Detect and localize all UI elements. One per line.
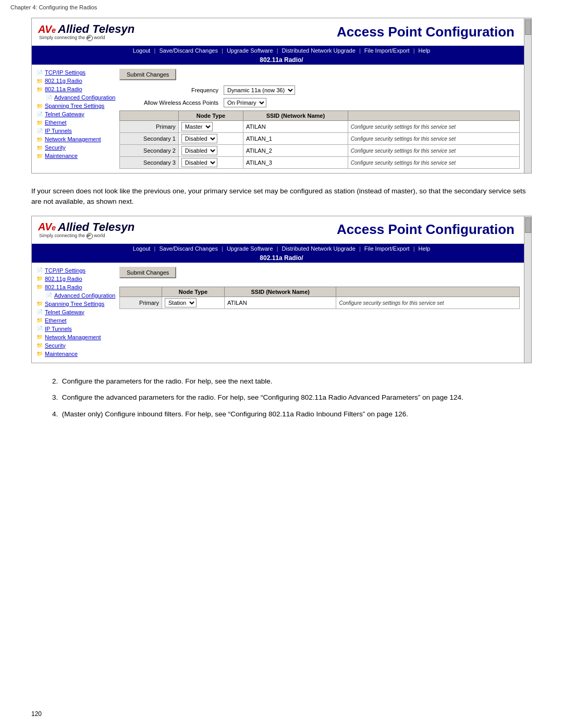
sidebar-item-advanced-1[interactable]: 📄 Advanced Configuration — [36, 94, 119, 101]
folder-icon-s2-4: 📁 — [36, 317, 43, 324]
at-logo-sub-1: Simply connecting the IP world — [38, 35, 134, 41]
freq-label: Frequency — [119, 87, 224, 93]
sidebar-item-advanced-2[interactable]: 📄 Advanced Configuration — [36, 292, 119, 299]
row-label-sec2: Secondary 2 — [120, 145, 179, 157]
row-ssid-sec1: ATILAN_1 — [243, 133, 348, 145]
sidebar-link-security-1[interactable]: Security — [45, 144, 66, 151]
nav-fileimport-2[interactable]: File Import/Export — [364, 245, 410, 252]
sidebar-item-iptunnels-1[interactable]: 📄 IP Tunnels — [36, 127, 119, 134]
sidebar-link-80211a-1[interactable]: 802.11a Radio — [45, 86, 82, 92]
nav-breadcrumb-2: 802.11a Radio/ — [32, 253, 531, 263]
row-nodetype-sec2: Disabled — [178, 145, 243, 157]
nav-fileimport-1[interactable]: File Import/Export — [364, 47, 410, 54]
table-row-4: Secondary 3 Disabled ATILAN_3 Configure … — [120, 157, 520, 169]
config-link-station[interactable]: Configure security settings for this ser… — [339, 300, 444, 306]
allow-label: Allow Wireless Access Points — [119, 100, 224, 106]
sidebar-link-maintenance-1[interactable]: Maintenance — [45, 153, 78, 159]
sidebar-link-iptunnels-2[interactable]: IP Tunnels — [45, 326, 72, 332]
list-item-3: 4. (Master only) Configure inbound filte… — [52, 409, 532, 420]
nav-distributed-1[interactable]: Distributed Network Upgrade — [282, 47, 356, 54]
doc-icon-s2-3: 📄 — [36, 309, 43, 316]
nodetype-select-sec1[interactable]: Disabled — [181, 134, 217, 143]
nav-save-1[interactable]: Save/Discard Changes — [159, 47, 218, 54]
freq-select[interactable]: Dynamic 11a (now 36) — [224, 85, 295, 95]
nodetype-select-sec3[interactable]: Disabled — [181, 158, 217, 167]
sidebar-link-spanning-1[interactable]: Spanning Tree Settings — [45, 103, 104, 109]
allow-select[interactable]: On Primary — [224, 98, 266, 107]
sidebar-item-netmgmt-1[interactable]: 📁 Network Management — [36, 135, 119, 143]
folder-icon-s2-1: 📁 — [36, 275, 43, 282]
sidebar-item-80211g-2[interactable]: 📁 802.11g Radio — [36, 275, 119, 282]
at-logo-brand-2: AVe Allied Telesyn — [38, 220, 134, 234]
nav-upgrade-1[interactable]: Upgrade Software — [227, 47, 273, 54]
sidebar-item-security-1[interactable]: 📁 Security — [36, 144, 119, 151]
nav-logout-2[interactable]: Logout — [133, 245, 151, 252]
sidebar-link-netmgmt-2[interactable]: Network Management — [45, 334, 101, 340]
sidebar-link-telnet-2[interactable]: Telnet Gateway — [45, 309, 84, 315]
submit-btn-1[interactable]: Submit Changes — [119, 69, 176, 80]
sidebar-link-maintenance-2[interactable]: Maintenance — [45, 351, 78, 357]
freq-value: Dynamic 11a (now 36) — [224, 85, 295, 95]
page-number: 120 — [31, 710, 42, 718]
nav-help-1[interactable]: Help — [419, 47, 431, 54]
sidebar-item-telnet-1[interactable]: 📄 Telnet Gateway — [36, 110, 119, 118]
folder-icon-1: 📁 — [36, 77, 43, 84]
col-header-nodetype-2: Node Type — [162, 287, 224, 297]
sidebar-link-80211a-2[interactable]: 802.11a Radio — [45, 284, 82, 290]
scrollbar-1[interactable] — [524, 18, 531, 173]
sidebar-item-spanning-1[interactable]: 📁 Spanning Tree Settings — [36, 102, 119, 109]
sidebar-link-80211g-1[interactable]: 802.11g Radio — [45, 78, 82, 84]
sidebar-link-netmgmt-1[interactable]: Network Management — [45, 136, 101, 142]
allow-value: On Primary — [224, 98, 266, 107]
list-num-3: 4. — [52, 410, 58, 418]
nodetype-select-sec2[interactable]: Disabled — [181, 146, 217, 155]
sidebar-link-ethernet-1[interactable]: Ethernet — [45, 119, 67, 126]
table-row-station: Primary Station ATILAN Configure securit… — [120, 297, 520, 309]
sidebar-item-ethernet-2[interactable]: 📁 Ethernet — [36, 317, 119, 324]
sidebar-item-maintenance-2[interactable]: 📁 Maintenance — [36, 350, 119, 357]
submit-btn-2[interactable]: Submit Changes — [119, 267, 176, 278]
config-link-primary-1[interactable]: Configure security settings for this ser… — [351, 124, 456, 130]
sidebar-item-80211a-1[interactable]: 📁 802.11a Radio — [36, 85, 119, 93]
nav-logout-1[interactable]: Logout — [133, 47, 151, 54]
sidebar-item-80211g-1[interactable]: 📁 802.11g Radio — [36, 77, 119, 84]
sidebar-link-telnet-1[interactable]: Telnet Gateway — [45, 111, 84, 117]
nav-distributed-2[interactable]: Distributed Network Upgrade — [282, 245, 356, 252]
row-label-sec3: Secondary 3 — [120, 157, 179, 169]
sidebar-link-advanced-2[interactable]: Advanced Configuration — [54, 292, 115, 299]
sidebar-link-security-2[interactable]: Security — [45, 342, 66, 349]
sidebar-item-tcpip-1[interactable]: 📄 TCP/IP Settings — [36, 69, 119, 76]
row-link-primary-1: Configure security settings for this ser… — [348, 121, 519, 133]
sidebar-item-tcpip-2[interactable]: 📄 TCP/IP Settings — [36, 267, 119, 274]
sidebar-item-maintenance-1[interactable]: 📁 Maintenance — [36, 152, 119, 159]
scrollbar-thumb-2[interactable] — [525, 217, 531, 233]
sidebar-item-80211a-2[interactable]: 📁 802.11a Radio — [36, 283, 119, 291]
folder-icon-s2-5: 📁 — [36, 334, 43, 341]
nav-help-2[interactable]: Help — [419, 245, 431, 252]
sidebar-link-80211g-2[interactable]: 802.11g Radio — [45, 276, 82, 282]
scrollbar-2[interactable] — [524, 216, 531, 363]
sidebar-item-netmgmt-2[interactable]: 📁 Network Management — [36, 334, 119, 341]
at-header-2: AVe Allied Telesyn Simply connecting the… — [32, 216, 531, 244]
row-ssid-primary-2: ATILAN — [224, 297, 336, 309]
scrollbar-thumb-1[interactable] — [525, 19, 531, 35]
nav-upgrade-2[interactable]: Upgrade Software — [227, 245, 273, 252]
sidebar-link-tcpip-1[interactable]: TCP/IP Settings — [45, 69, 85, 76]
sidebar-item-telnet-2[interactable]: 📄 Telnet Gateway — [36, 309, 119, 316]
sidebar-item-ethernet-1[interactable]: 📁 Ethernet — [36, 119, 119, 126]
folder-icon-s2-7: 📁 — [36, 350, 43, 357]
sidebar-link-spanning-2[interactable]: Spanning Tree Settings — [45, 301, 104, 307]
sidebar-link-ethernet-2[interactable]: Ethernet — [45, 317, 67, 324]
sidebar-item-security-2[interactable]: 📁 Security — [36, 342, 119, 349]
browser-frame-1: AVe Allied Telesyn Simply connecting the… — [31, 18, 532, 174]
sidebar-link-tcpip-2[interactable]: TCP/IP Settings — [45, 267, 85, 274]
nodetype-select-station[interactable]: Station — [165, 298, 197, 307]
sidebar-item-spanning-2[interactable]: 📁 Spanning Tree Settings — [36, 300, 119, 307]
sidebar-item-iptunnels-2[interactable]: 📄 IP Tunnels — [36, 325, 119, 332]
sidebar-link-advanced-1[interactable]: Advanced Configuration — [54, 94, 115, 101]
nav-save-2[interactable]: Save/Discard Changes — [159, 245, 218, 252]
nodetype-select-primary-1[interactable]: Master — [181, 122, 213, 131]
folder-icon-4: 📁 — [36, 119, 43, 126]
sidebar-link-iptunnels-1[interactable]: IP Tunnels — [45, 128, 72, 134]
body-paragraph: If your screen does not look like the pr… — [31, 186, 532, 207]
